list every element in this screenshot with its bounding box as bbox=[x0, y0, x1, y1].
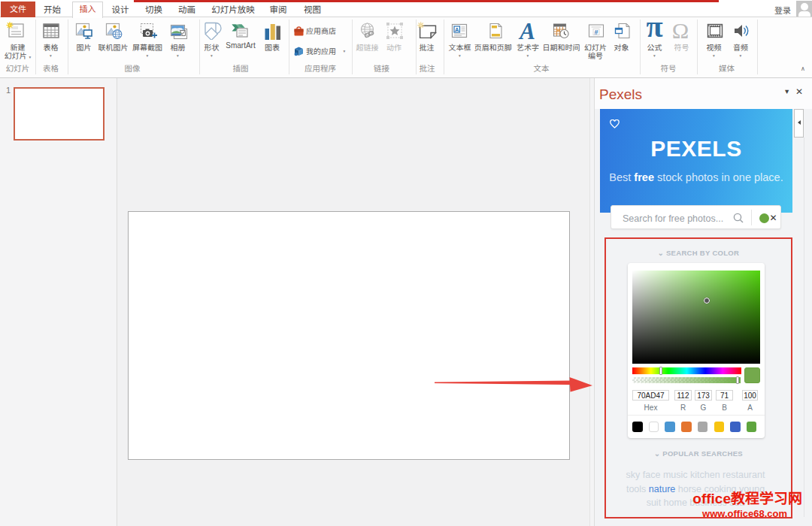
svg-text:A: A bbox=[518, 22, 535, 40]
svg-text:#: # bbox=[594, 29, 598, 36]
svg-text:A: A bbox=[455, 26, 459, 33]
svg-text:Ω: Ω bbox=[673, 22, 689, 38]
svg-text:π: π bbox=[647, 22, 663, 38]
